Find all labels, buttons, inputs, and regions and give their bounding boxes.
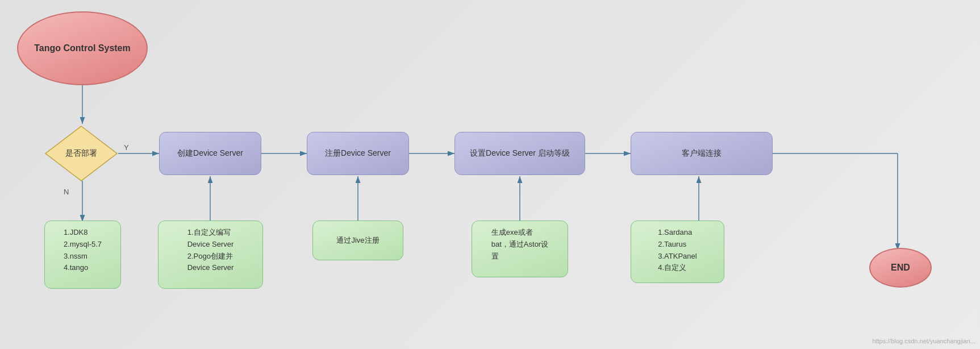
register-server-label: 注册Device Server [325, 148, 391, 159]
detail-register-label: 通过Jive注册 [336, 235, 379, 247]
detail-create-node: 1.自定义编写 Device Server 2.Pogo创建并 Device S… [158, 221, 263, 289]
detail-register-node: 通过Jive注册 [312, 221, 403, 260]
detail-startup-node: 生成exe或者 bat，通过Astor设 置 [472, 221, 568, 277]
detail-create-label: 1.自定义编写 Device Server 2.Pogo创建并 Device S… [187, 227, 234, 274]
register-server-node: 注册Device Server [307, 132, 409, 175]
detail-install-label: 1.JDK8 2.mysql-5.7 3.nssm 4.tango [64, 227, 102, 274]
tango-label: Tango Control System [34, 43, 131, 53]
client-connect-label: 客户端连接 [682, 148, 722, 159]
detail-startup-label: 生成exe或者 bat，通过Astor设 置 [491, 227, 548, 262]
n-label: N [64, 188, 69, 196]
watermark: https://blog.csdn.net/yuanchangjian... [872, 338, 975, 344]
detail-client-label: 1.Sardana 2.Taurus 3.ATKPanel 4.自定义 [658, 227, 697, 274]
diamond-node: 是否部署 [44, 125, 118, 182]
detail-install-node: 1.JDK8 2.mysql-5.7 3.nssm 4.tango [44, 221, 121, 289]
set-startup-label: 设置Device Server 启动等级 [470, 148, 570, 159]
set-startup-node: 设置Device Server 启动等级 [454, 132, 585, 175]
create-server-node: 创建Device Server [159, 132, 261, 175]
diagram-container: Y N Tango Control System 是否部署 创建Device S… [0, 0, 980, 349]
diamond-label: 是否部署 [44, 125, 118, 182]
end-node: END [869, 248, 932, 288]
create-server-label: 创建Device Server [177, 148, 243, 159]
y-label: Y [124, 143, 129, 152]
end-label: END [891, 263, 910, 273]
detail-client-node: 1.Sardana 2.Taurus 3.ATKPanel 4.自定义 [631, 221, 724, 283]
tango-node: Tango Control System [17, 11, 148, 85]
client-connect-node: 客户端连接 [631, 132, 773, 175]
